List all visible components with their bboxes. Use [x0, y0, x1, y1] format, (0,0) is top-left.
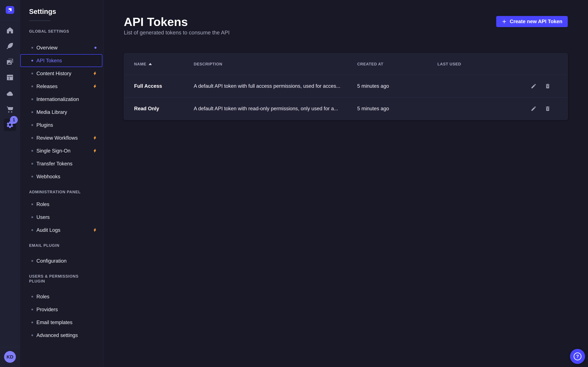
trash-icon	[545, 83, 551, 89]
bolt-icon	[93, 228, 97, 233]
edit-token-button[interactable]	[529, 104, 538, 113]
deploy-cloud-icon	[6, 90, 14, 98]
sidebar-item-internationalization[interactable]: Internationalization	[20, 93, 102, 106]
table-header-row: NAMEDESCRIPTIONCREATED ATLAST USED	[124, 53, 568, 75]
section-heading: ADMINISTRATION PANEL	[29, 190, 94, 194]
sidebar-item-single-sign-on[interactable]: Single Sign-On	[20, 144, 102, 157]
sidebar-item-review-workflows[interactable]: Review Workflows	[20, 132, 102, 144]
bullet-icon	[31, 216, 33, 218]
bolt-icon	[93, 149, 97, 153]
sidebar-item-audit-logs[interactable]: Audit Logs	[20, 224, 102, 236]
bullet-icon	[31, 322, 33, 323]
content-type-layout-icon	[6, 73, 14, 82]
sidebar-item-api-tokens[interactable]: API Tokens	[20, 54, 102, 67]
plus-icon	[502, 19, 507, 24]
subnav-rule	[29, 21, 51, 21]
section-heading: GLOBAL SETTINGS	[29, 29, 94, 34]
section-heading: EMAIL PLUGIN	[29, 243, 94, 248]
home-nav-button[interactable]	[4, 24, 16, 37]
delete-token-button[interactable]	[543, 82, 552, 90]
sidebar-item-configuration[interactable]: Configuration	[20, 254, 102, 267]
user-avatar[interactable]: KD	[4, 351, 16, 363]
sidebar-item-media-library[interactable]: Media Library	[20, 106, 102, 119]
bullet-icon	[31, 73, 33, 74]
page-subtitle: List of generated tokens to consume the …	[124, 29, 568, 36]
pencil-icon	[531, 106, 536, 112]
bullet-icon	[31, 124, 33, 126]
media-library-icon	[6, 58, 14, 66]
bullet-icon	[31, 47, 33, 49]
bullet-icon	[31, 176, 33, 177]
sidebar-item-overview[interactable]: Overview	[20, 41, 102, 54]
sort-ascending-icon	[149, 63, 152, 65]
edit-token-button[interactable]	[529, 82, 538, 90]
subnav-section: USERS & PERMISSIONS PLUGIN Roles Provide…	[20, 274, 104, 342]
sidebar-item-roles[interactable]: Roles	[20, 290, 102, 303]
content-feather-icon	[6, 42, 14, 50]
bolt-icon	[93, 135, 97, 141]
bullet-icon	[31, 111, 33, 113]
help-button[interactable]: ?	[570, 349, 585, 364]
marketplace-cart-icon	[6, 105, 14, 113]
section-heading: USERS & PERMISSIONS PLUGIN	[29, 274, 94, 284]
subnav-section: GLOBAL SETTINGS Overview API Tokens Cont…	[20, 29, 104, 183]
rail-divider	[0, 347, 20, 347]
bolt-icon	[93, 84, 97, 89]
table-body: Full Access A default API token with ful…	[124, 75, 568, 120]
content-feather-nav-button[interactable]	[4, 40, 16, 52]
sidebar-item-transfer-tokens[interactable]: Transfer Tokens	[20, 157, 102, 170]
content-type-layout-nav-button[interactable]	[4, 71, 16, 84]
bolt-icon	[93, 71, 97, 76]
column-header-description[interactable]: DESCRIPTION	[194, 62, 357, 67]
table-row: Full Access A default API token with ful…	[124, 75, 568, 97]
marketplace-cart-nav-button[interactable]	[4, 103, 16, 116]
home-icon	[6, 26, 14, 34]
settings-gear-nav-button[interactable]: 1	[4, 119, 16, 131]
strapi-logo-button[interactable]	[6, 6, 14, 14]
bullet-icon	[31, 98, 33, 100]
settings-subnav: Settings GLOBAL SETTINGS Overview API To…	[20, 0, 104, 367]
sidebar-item-plugins[interactable]: Plugins	[20, 119, 102, 132]
column-header-created-at[interactable]: CREATED AT	[357, 62, 437, 67]
bullet-icon	[31, 137, 33, 139]
strapi-logo-icon	[7, 7, 13, 13]
sidebar-item-releases[interactable]: Releases	[20, 80, 102, 93]
bullet-icon	[31, 309, 33, 310]
bullet-icon	[31, 296, 33, 298]
create-api-token-button[interactable]: Create new API Token	[496, 16, 568, 27]
sidebar-item-roles[interactable]: Roles	[20, 198, 102, 211]
subnav-section: ADMINISTRATION PANEL Roles Users Audit L…	[20, 190, 104, 236]
bullet-icon	[31, 163, 33, 165]
question-mark-icon: ?	[574, 352, 581, 360]
deploy-cloud-nav-button[interactable]	[4, 87, 16, 100]
delete-token-button[interactable]	[543, 104, 552, 113]
bullet-icon	[31, 229, 33, 231]
strapi-admin-app: 1 KD Settings GLOBAL SETTINGS Overview A…	[0, 0, 588, 367]
notification-dot-icon	[95, 47, 96, 49]
api-tokens-table: NAMEDESCRIPTIONCREATED ATLAST USED Full …	[124, 53, 568, 120]
column-header-last-used[interactable]: LAST USED	[437, 62, 508, 67]
bullet-icon	[31, 60, 33, 61]
sidebar-item-webhooks[interactable]: Webhooks	[20, 170, 102, 183]
sidebar-item-content-history[interactable]: Content History	[20, 67, 102, 80]
main-content: API Tokens List of generated tokens to c…	[104, 0, 588, 367]
bullet-icon	[31, 203, 33, 205]
sidebar-item-advanced-settings[interactable]: Advanced settings	[20, 329, 102, 342]
bullet-icon	[31, 85, 33, 87]
table-row: Read Only A default API token with read-…	[124, 97, 568, 120]
bullet-icon	[31, 150, 33, 152]
sidebar-item-providers[interactable]: Providers	[20, 303, 102, 316]
rail-divider	[0, 20, 20, 20]
bullet-icon	[31, 334, 33, 336]
subnav-section: EMAIL PLUGIN Configuration	[20, 243, 104, 267]
media-library-nav-button[interactable]	[4, 56, 16, 68]
subnav-sections: GLOBAL SETTINGS Overview API Tokens Cont…	[20, 29, 104, 342]
sidebar-item-users[interactable]: Users	[20, 211, 102, 224]
main-nav-rail: 1 KD	[0, 0, 20, 367]
sidebar-item-email-templates[interactable]: Email templates	[20, 316, 102, 329]
subnav-title: Settings	[29, 8, 94, 16]
column-header-name[interactable]: NAME	[134, 62, 194, 67]
pencil-icon	[531, 83, 536, 89]
bullet-icon	[31, 260, 33, 262]
trash-icon	[545, 106, 551, 112]
